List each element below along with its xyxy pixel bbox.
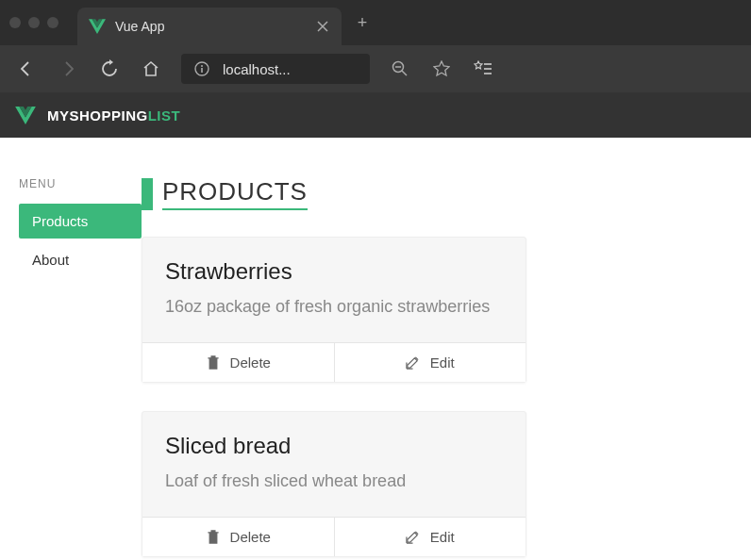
browser-tab[interactable]: Vue App [77, 8, 342, 45]
browser-chrome: Vue App + localhost... [0, 0, 751, 92]
menu-title: MENU [19, 177, 142, 190]
trash-icon [206, 530, 221, 545]
main-content: PRODUCTS Strawberries 16oz package of fr… [142, 177, 751, 560]
sidebar-item-label: About [32, 252, 69, 268]
card-actions: Delete Edit [142, 517, 526, 556]
edit-button[interactable]: Edit [335, 343, 526, 382]
sidebar: MENU Products About [0, 177, 142, 560]
page-title: PRODUCTS [162, 177, 308, 210]
product-description: 16oz package of fresh organic strawberri… [165, 294, 503, 320]
edit-label: Edit [430, 354, 455, 371]
app-header: MYSHOPPINGLIST [0, 92, 751, 138]
delete-button[interactable]: Delete [142, 343, 335, 382]
card-body: Sliced bread Loaf of fresh sliced wheat … [142, 412, 526, 517]
forward-button[interactable] [57, 58, 79, 80]
home-button[interactable] [140, 58, 162, 80]
brand-list: LIST [148, 107, 181, 124]
window-controls [9, 17, 58, 28]
window-close-button[interactable] [9, 17, 21, 28]
sidebar-item-label: Products [32, 213, 88, 229]
window-maximize-button[interactable] [47, 17, 58, 28]
sidebar-item-about[interactable]: About [19, 242, 142, 277]
product-card: Strawberries 16oz package of fresh organ… [142, 237, 526, 383]
info-icon [192, 59, 211, 78]
tab-bar: Vue App + [0, 0, 751, 45]
back-button[interactable] [15, 58, 38, 80]
page-body: MENU Products About PRODUCTS Strawberrie… [0, 138, 751, 560]
address-url: localhost... [223, 61, 291, 77]
delete-label: Delete [230, 529, 271, 545]
vue-logo-icon [15, 105, 36, 125]
brand: MYSHOPPINGLIST [47, 107, 180, 124]
product-card: Sliced bread Loaf of fresh sliced wheat … [142, 411, 526, 557]
edit-icon [406, 355, 421, 371]
sidebar-item-products[interactable]: Products [19, 204, 142, 239]
new-tab-button[interactable]: + [353, 13, 372, 32]
card-actions: Delete Edit [142, 342, 526, 382]
zoom-out-button[interactable] [389, 58, 411, 80]
favorite-button[interactable] [430, 58, 453, 80]
product-name: Sliced bread [165, 433, 503, 459]
edit-button[interactable]: Edit [335, 518, 526, 556]
brand-shopping: SHOPPING [70, 107, 148, 124]
brand-my: MY [47, 107, 70, 124]
window-minimize-button[interactable] [28, 17, 40, 28]
browser-toolbar: localhost... [0, 45, 751, 92]
tab-close-button[interactable] [315, 19, 330, 34]
favorites-list-button[interactable] [472, 58, 494, 80]
vue-favicon-icon [89, 18, 106, 35]
address-bar[interactable]: localhost... [181, 54, 370, 84]
edit-icon [406, 530, 421, 545]
svg-rect-2 [201, 68, 203, 73]
title-accent [142, 178, 153, 210]
trash-icon [206, 355, 221, 371]
product-description: Loaf of fresh sliced wheat bread [165, 469, 503, 494]
tab-title: Vue App [115, 19, 306, 34]
svg-line-4 [402, 71, 407, 75]
product-name: Strawberries [165, 258, 503, 285]
card-body: Strawberries 16oz package of fresh organ… [142, 238, 526, 342]
delete-button[interactable]: Delete [142, 518, 335, 556]
svg-point-1 [201, 65, 203, 67]
edit-label: Edit [430, 529, 455, 545]
reload-button[interactable] [98, 58, 121, 80]
page-title-wrap: PRODUCTS [142, 177, 713, 210]
delete-label: Delete [230, 354, 271, 371]
